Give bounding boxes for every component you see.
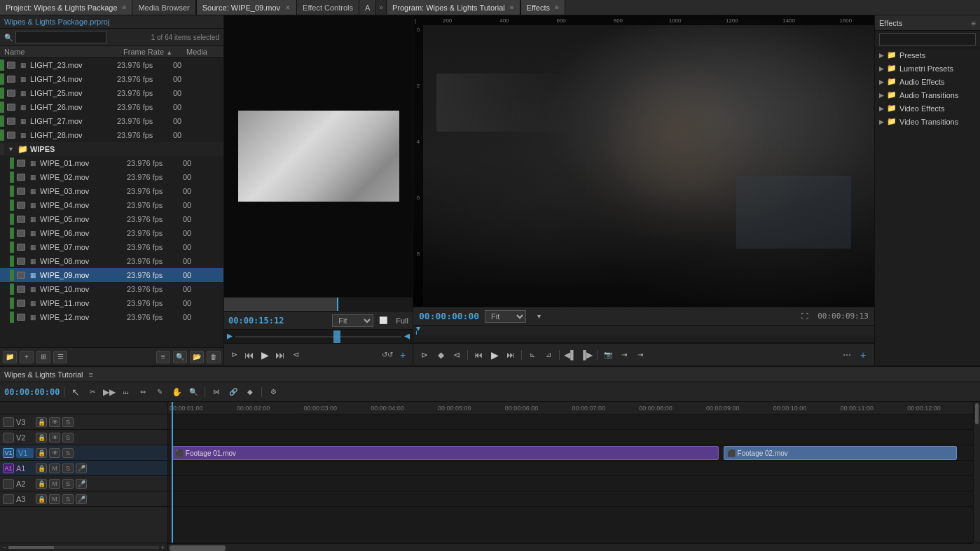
list-item[interactable]: ▦ WIPE_07.mov 23.976 fps 00 [0,240,223,254]
source-fit-dropdown[interactable]: Fit 25% 50% 100% [332,314,373,327]
a1-track-toggle[interactable]: A1 [3,463,14,473]
track-row-v2[interactable] [168,430,973,445]
program-step-back-button[interactable]: ⏮ [471,349,485,361]
project-search-button[interactable]: 🔍 [173,351,187,363]
effects-category-audio-transitions[interactable]: ▶ 📁 Audio Transitions [875,88,980,102]
source-scrub-bar[interactable] [235,336,401,337]
program-fullscreen-button[interactable]: ⛶ [798,310,812,323]
source-tab-menu[interactable]: ✕ [285,4,291,11]
track-row-v1[interactable]: ⬛ Footage 01.mov ⬛ Footage 02.mov [168,445,973,461]
a2-solo-button[interactable]: S [62,479,74,489]
project-search-input[interactable] [15,31,106,43]
source-step-back-button[interactable]: ⏮ [242,349,256,361]
a2-mic-button[interactable]: 🎤 [76,479,87,489]
program-mini-ruler[interactable] [413,325,874,335]
list-item[interactable]: ▦ WIPE_05.mov 23.976 fps 00 [0,212,223,226]
v2-solo-button[interactable]: S [62,433,74,442]
list-item[interactable]: ▦ LIGHT_23.mov 23.976 fps 00 [0,58,223,72]
vertical-scroll-thumb[interactable] [975,403,979,424]
a3-mic-button[interactable]: 🎤 [76,494,87,504]
a1-lock-button[interactable]: 🔒 [36,463,47,473]
clip-footage01[interactable]: ⬛ Footage 01.mov [172,446,719,460]
horizontal-scroll-thumb[interactable] [170,545,226,551]
project-new-item-button[interactable]: + [20,351,34,363]
a2-lock-button[interactable]: 🔒 [36,479,47,489]
project-tab-menu[interactable]: ≡ [123,4,127,11]
v2-lock-button[interactable]: 🔒 [36,433,47,442]
program-mark-out-button[interactable]: ⊲ [450,349,464,361]
program-export-frame-button[interactable]: 📷 [601,349,615,361]
tab-effects[interactable]: Effects ≡ [521,0,565,15]
timeline-menu-icon[interactable]: ≡ [89,370,93,379]
a3-track-toggle[interactable] [3,494,14,504]
v1-track-toggle[interactable]: V1 [3,448,14,458]
project-new-bin-button[interactable]: 📁 [3,351,17,363]
a3-solo-button[interactable]: S [62,494,74,504]
v1-solo-button[interactable]: S [62,448,74,458]
tab-source[interactable]: Source: WIPE_09.mov ✕ [197,0,297,15]
program-step-fwd-button[interactable]: ⏭ [504,349,518,361]
timeline-horizontal-scrollbar[interactable] [168,543,973,551]
timeline-ripple-tool[interactable]: ⧢ [119,386,133,398]
effects-menu-icon[interactable]: ≡ [972,19,976,27]
source-step-fwd-button[interactable]: ⏭ [273,349,287,361]
program-trim-next-button[interactable]: ▐▶ [579,349,593,361]
project-delete-button[interactable]: 🗑 [207,351,221,363]
list-item[interactable]: ▦ WIPE_02.mov 23.976 fps 00 [0,170,223,184]
tab-media-browser[interactable]: Media Browser [132,0,195,15]
list-item[interactable]: ▦ WIPE_03.mov 23.976 fps 00 [0,184,223,198]
source-mark-in-button[interactable]: ⊳ [227,349,241,361]
effects-category-audio-effects[interactable]: ▶ 📁 Audio Effects [875,75,980,88]
a3-mute-button[interactable]: M [49,494,60,504]
col-header-frame-rate[interactable]: Frame Rate ▲ [119,48,182,56]
list-item-wipe09[interactable]: ▦ WIPE_09.mov 23.976 fps 00 [0,268,223,282]
a1-mic-button[interactable]: 🎤 [76,463,87,473]
a2-mute-button[interactable]: M [49,479,60,489]
source-add-to-timeline-button[interactable]: + [396,349,410,361]
program-tab-menu[interactable]: ≡ [510,4,514,11]
track-row-v3[interactable] [168,414,973,430]
effects-category-lumetri[interactable]: ▶ 📁 Lumetri Presets [875,62,980,75]
zoom-slider-track[interactable] [8,546,158,549]
tab-a[interactable]: A [359,0,376,15]
program-insert-button[interactable]: ⇥ [617,349,631,361]
timeline-slip-tool[interactable]: ⇔ [136,386,150,398]
v1-eye-button[interactable]: 👁 [49,448,60,458]
list-item[interactable]: ▦ LIGHT_28.mov 23.976 fps 00 [0,128,223,142]
program-add-marker-button[interactable]: ◆ [434,349,448,361]
timeline-selection-tool[interactable]: ↖ [69,386,83,398]
source-safe-margins-button[interactable]: ⬜ [376,314,390,327]
v3-solo-button[interactable]: S [62,417,74,427]
project-settings-button[interactable]: 📂 [190,351,204,363]
list-item[interactable]: ▦ LIGHT_27.mov 23.976 fps 00 [0,114,223,128]
program-settings-button[interactable]: ▾ [532,310,546,323]
timeline-pen-tool[interactable]: ✎ [153,386,167,398]
list-item[interactable]: ▦ LIGHT_26.mov 23.976 fps 00 [0,100,223,114]
timeline-vertical-scrollbar[interactable] [973,402,980,543]
list-item[interactable]: ▦ WIPE_04.mov 23.976 fps 00 [0,198,223,212]
v2-eye-button[interactable]: 👁 [49,433,60,442]
timeline-track-area[interactable]: 00:00:01:00 00:00:02:00 00:00:03:00 00:0… [168,402,973,543]
source-loop-button[interactable]: ↺↺ [380,349,394,361]
v3-lock-button[interactable]: 🔒 [36,417,47,427]
timeline-linked-select-button[interactable]: 🔗 [226,386,240,398]
timeline-track-select-tool[interactable]: ▶▶ [102,386,116,398]
a1-solo-button[interactable]: S [62,463,74,473]
timeline-razor-tool[interactable]: ✂ [85,386,99,398]
program-mark-in-button[interactable]: ⊳ [417,349,432,361]
v3-eye-button[interactable]: 👁 [49,417,60,427]
v2-track-toggle[interactable] [3,433,14,442]
effects-category-video-transitions[interactable]: ▶ 📁 Video Transitions [875,115,980,128]
program-trim-previous-button[interactable]: ◀▌ [563,349,577,361]
timeline-snap-button[interactable]: ⋈ [209,386,223,398]
list-item[interactable]: ▦ WIPE_11.mov 23.976 fps 00 [0,296,223,310]
source-timebar[interactable] [224,297,413,311]
list-item[interactable]: ▦ WIPE_01.mov 23.976 fps 00 [0,156,223,170]
a3-lock-button[interactable]: 🔒 [36,494,47,504]
timeline-zoom-tool[interactable]: 🔍 [186,386,200,398]
source-play-button[interactable]: ▶ [258,349,272,361]
tab-program[interactable]: Program: Wipes & Lights Tutorial ≡ [387,0,520,15]
v1-lock-button[interactable]: 🔒 [36,448,47,458]
tab-effect-controls[interactable]: Effect Controls [297,0,359,15]
track-row-a1[interactable] [168,461,973,476]
